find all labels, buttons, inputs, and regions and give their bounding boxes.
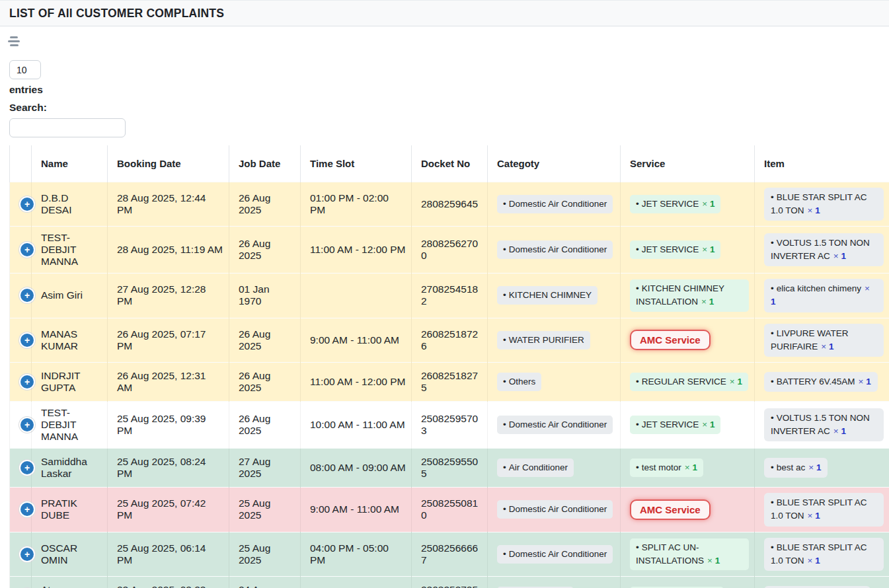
service-badge: •JET SERVICE× 1: [630, 416, 720, 434]
name-cell: Atanu Bhowmik: [32, 577, 108, 588]
bullet-icon: •: [636, 377, 639, 386]
bullet-icon: •: [636, 462, 639, 472]
table-row: +Asim Giri27 Aug 2025, 12:28 PM01 Jan 19…: [10, 274, 889, 318]
time-slot-cell: 11:00 AM - 12:00 PM: [301, 227, 412, 274]
multiply-icon: ×: [865, 283, 870, 293]
header-expand: [10, 145, 32, 182]
service-badge: •REGULAR SERVICE× 1: [630, 373, 748, 391]
job-date-cell: 01 Jan 1970: [229, 274, 301, 318]
service-count: 1: [715, 556, 720, 566]
table-row: +D.B.D DESAI28 Aug 2025, 12:44 PM26 Aug …: [10, 182, 889, 227]
hamburger-bar: [8, 40, 20, 42]
item-badge: •VOLTUS 1.5 TON NON INVERTER AC× 1: [764, 233, 884, 267]
expand-cell: +: [10, 488, 32, 533]
table-row: +PRATIK DUBE25 Aug 2025, 07:42 PM25 Aug …: [10, 488, 889, 533]
multiply-icon: ×: [833, 426, 841, 436]
multiply-icon: ×: [702, 199, 710, 209]
docket-no-cell: 25082550810: [412, 488, 488, 533]
time-slot-cell: 11:00 AM - 12:00 PM: [301, 363, 412, 402]
service-count: 1: [709, 297, 715, 307]
docket-no-cell: 25082566667: [412, 532, 488, 577]
category-badge: •WATER PURIFIER: [497, 331, 590, 349]
service-cell: •jetfoam service× 1: [621, 577, 755, 588]
expand-cell: +: [10, 318, 32, 363]
item-badge: •LIVPURE WATER PURIFAIRE× 1: [764, 324, 884, 357]
name-cell: INDRJIT GUPTA: [32, 363, 108, 402]
item-cell: •elica kitchen chimeny× 1: [755, 274, 889, 318]
service-cell: •JET SERVICE× 1: [621, 227, 755, 274]
service-badge: •JET SERVICE× 1: [630, 195, 720, 213]
expand-cell: +: [10, 182, 32, 227]
category-badge: •Domestic Air Conditioner: [497, 416, 613, 434]
item-count: 1: [815, 205, 820, 215]
bullet-icon: •: [636, 420, 639, 429]
category-cell: •Domestic Air Conditioner: [488, 402, 621, 449]
multiply-icon: ×: [808, 511, 816, 521]
hamburger-bar: [10, 44, 19, 46]
category-cell: •Domestic Air Conditioner: [488, 532, 621, 577]
docket-no-cell: 2808259645: [412, 182, 488, 227]
multiply-icon: ×: [701, 297, 709, 307]
time-slot-cell: 11:00 AM - 12:00 PM: [301, 577, 412, 588]
table-controls: 10 entries Search:: [9, 60, 889, 137]
bullet-icon: •: [771, 462, 774, 472]
multiply-icon: ×: [821, 342, 829, 351]
name-cell: PRATIK DUBE: [32, 488, 108, 533]
category-cell: •Domestic Air Conditioner: [488, 227, 621, 274]
service-cell: •KITCHEN CHIMNEY INSTALLATION× 1: [621, 274, 755, 318]
bullet-icon: •: [771, 542, 774, 552]
header-service[interactable]: Service: [621, 145, 755, 182]
search-input[interactable]: [9, 118, 126, 137]
expand-cell: +: [10, 274, 32, 318]
bullet-icon: •: [771, 413, 774, 423]
name-cell: MANAS KUMAR: [32, 318, 108, 363]
page-title: LIST OF All CUSTOMER COMPLAINTS: [9, 7, 224, 20]
bullet-icon: •: [503, 504, 506, 514]
expand-cell: +: [10, 363, 32, 402]
time-slot-cell: 10:00 AM - 11:00 AM: [301, 402, 412, 449]
header-category[interactable]: Categoty: [488, 145, 621, 182]
service-cell: •REGULAR SERVICE× 1: [621, 363, 755, 402]
amc-service-badge: AMC Service: [630, 330, 711, 350]
bullet-icon: •: [503, 549, 506, 559]
category-badge: •Air Conditioner: [497, 459, 574, 477]
category-cell: •Domestic Air Conditioner: [488, 488, 621, 533]
table-row: +INDRJIT GUPTA26 Aug 2025, 12:31 AM26 Au…: [10, 363, 889, 402]
service-cell: •test motor× 1: [621, 449, 755, 488]
category-cell: •Domestic Air Conditioner: [488, 182, 621, 227]
multiply-icon: ×: [859, 377, 867, 386]
service-badge: •SPLIT AC UN-INSTALLATIONS× 1: [630, 538, 749, 571]
time-slot-cell: 9:00 AM - 11:00 AM: [301, 318, 412, 363]
job-date-cell: 25 Aug 2025: [229, 532, 301, 577]
header-name[interactable]: Name: [32, 145, 108, 182]
header-docket-no[interactable]: Docket No: [412, 145, 488, 182]
multiply-icon: ×: [702, 420, 710, 429]
service-count: 1: [710, 199, 715, 209]
service-count: 1: [692, 462, 697, 472]
docket-no-cell: 27082545182: [412, 274, 488, 318]
time-slot-cell: 04:00 PM - 05:00 PM: [301, 532, 412, 577]
table-row: +TEST-DEBJIT MANNA25 Aug 2025, 09:39 PM2…: [10, 402, 889, 449]
table-body: +D.B.D DESAI28 Aug 2025, 12:44 PM26 Aug …: [10, 182, 889, 588]
table-row: +MANAS KUMAR26 Aug 2025, 07:17 PM26 Aug …: [10, 318, 889, 363]
service-badge: •JET SERVICE× 1: [630, 240, 720, 259]
page-length-select[interactable]: 10: [9, 60, 41, 79]
docket-no-cell: 25082595703: [412, 402, 488, 449]
time-slot-cell: 08:00 AM - 09:00 AM: [301, 449, 412, 488]
hamburger-menu-icon[interactable]: [7, 36, 21, 46]
bullet-icon: •: [503, 420, 506, 429]
header-job-date[interactable]: Job Date: [229, 145, 301, 182]
header-item[interactable]: Item: [755, 145, 889, 182]
service-count: 1: [710, 420, 715, 429]
table-header: Name Booking Date Job Date Time Slot Doc…: [10, 145, 889, 182]
item-badge: •BLUE STAR SPLIT AC 1.0 TON× 1: [764, 188, 884, 221]
multiply-icon: ×: [707, 556, 715, 566]
bullet-icon: •: [636, 199, 639, 209]
bullet-icon: •: [771, 328, 774, 338]
header-booking-date[interactable]: Booking Date: [108, 145, 229, 182]
header-time-slot[interactable]: Time Slot: [301, 145, 412, 182]
multiply-icon: ×: [685, 462, 693, 472]
docket-no-cell: 25082595505: [412, 449, 488, 488]
page-header: LIST OF All CUSTOMER COMPLAINTS: [0, 0, 889, 26]
table-row: +TEST-DEBJIT MANNA28 Aug 2025, 11:19 AM2…: [10, 227, 889, 274]
